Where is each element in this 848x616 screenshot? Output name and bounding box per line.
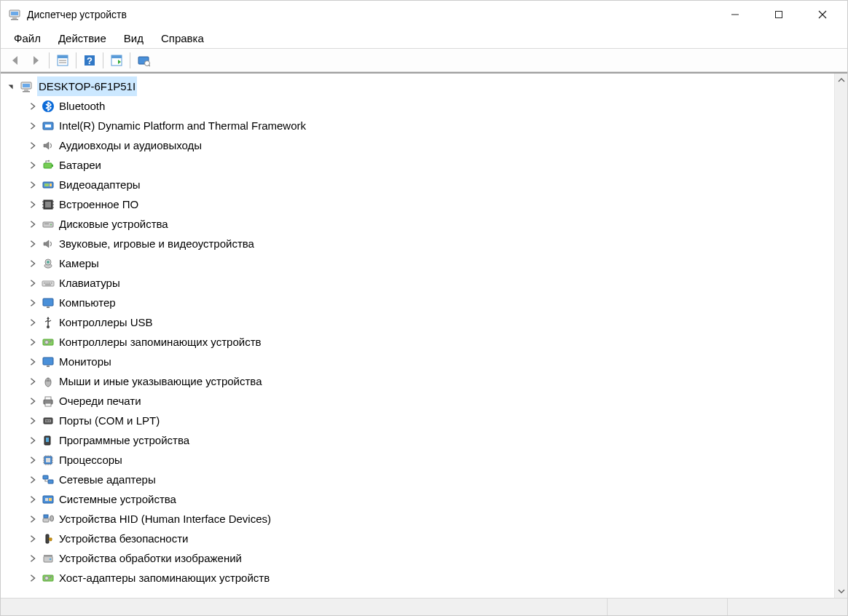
tree-item[interactable]: Устройства HID (Human Interface Devices): [1, 509, 834, 529]
port-icon: [42, 414, 55, 427]
vertical-scrollbar[interactable]: [834, 74, 847, 598]
tree-item[interactable]: Intel(R) Dynamic Platform and Thermal Fr…: [1, 116, 834, 135]
tree-item[interactable]: Батареи: [1, 155, 834, 175]
menu-action[interactable]: Действие: [51, 31, 114, 46]
svg-rect-85: [58, 55, 68, 58]
printer-icon: [42, 395, 55, 408]
speaker-icon: [42, 139, 55, 152]
tree-item[interactable]: Порты (COM и LPT): [1, 411, 834, 430]
chevron-right-icon[interactable]: [27, 159, 39, 171]
nav-forward-button[interactable]: [25, 51, 46, 70]
tree-item[interactable]: Камеры: [1, 253, 834, 273]
svg-line-95: [149, 65, 150, 66]
window-title: Диспетчер устройств: [27, 9, 127, 20]
chevron-right-icon[interactable]: [27, 238, 39, 250]
chevron-right-icon[interactable]: [27, 100, 39, 112]
network-icon: [42, 473, 55, 486]
chevron-right-icon[interactable]: [27, 317, 39, 328]
hid-icon: [42, 513, 55, 526]
chevron-right-icon[interactable]: [27, 435, 39, 446]
device-tree[interactable]: DESKTOP-6F1P51IBluetoothIntel(R) Dynamic…: [1, 74, 834, 598]
tree-item[interactable]: Встроенное ПО: [1, 194, 834, 214]
software-icon: [42, 434, 55, 447]
security-icon: [42, 532, 55, 545]
chevron-right-icon[interactable]: [27, 277, 39, 289]
chevron-right-icon[interactable]: [27, 218, 39, 230]
chevron-right-icon[interactable]: [27, 572, 39, 584]
tree-item-label: Программные устройства: [59, 430, 189, 450]
tree-item[interactable]: Клавиатуры: [1, 273, 834, 293]
tree-item[interactable]: Мыши и иные указывающие устройства: [1, 371, 834, 391]
tree-item[interactable]: Сетевые адаптеры: [1, 470, 834, 489]
toolbar: ?: [1, 49, 847, 72]
maximize-button[interactable]: [757, 1, 801, 28]
chevron-right-icon[interactable]: [27, 474, 39, 486]
tree-item[interactable]: Мониторы: [1, 352, 834, 371]
tree-item[interactable]: Видеоадаптеры: [1, 175, 834, 194]
tree-item[interactable]: Процессоры: [1, 450, 834, 470]
tree-item-label: Мониторы: [59, 352, 111, 371]
tree-item-label: Устройства HID (Human Interface Devices): [59, 509, 271, 529]
tree-item[interactable]: Системные устройства: [1, 489, 834, 509]
menu-file[interactable]: Файл: [7, 31, 48, 46]
help-button[interactable]: ?: [79, 51, 100, 70]
system-icon: [42, 493, 55, 506]
chevron-right-icon[interactable]: [27, 454, 39, 466]
menu-help[interactable]: Справка: [154, 31, 211, 46]
speaker-icon: [42, 237, 55, 250]
chevron-right-icon[interactable]: [27, 179, 39, 191]
tree-root[interactable]: DESKTOP-6F1P51I: [1, 76, 834, 96]
chevron-right-icon[interactable]: [27, 140, 39, 151]
tree-item[interactable]: Компьютер: [1, 293, 834, 312]
tree-item-label: Системные устройства: [59, 489, 176, 509]
scroll-down-icon[interactable]: [835, 585, 847, 598]
svg-rect-81: [776, 12, 782, 18]
tree-item-label: Сетевые адаптеры: [59, 470, 156, 489]
tree-item[interactable]: Аудиовходы и аудиовыходы: [1, 135, 834, 155]
content-area: DESKTOP-6F1P51IBluetoothIntel(R) Dynamic…: [1, 72, 847, 598]
tree-item[interactable]: Звуковые, игровые и видеоустройства: [1, 234, 834, 253]
tree-item[interactable]: Устройства безопасности: [1, 529, 834, 548]
chevron-right-icon[interactable]: [27, 415, 39, 427]
tree-item[interactable]: Очереди печати: [1, 391, 834, 411]
chevron-right-icon[interactable]: [27, 120, 39, 132]
show-hidden-button[interactable]: [133, 51, 154, 70]
chevron-right-icon[interactable]: [27, 513, 39, 525]
tree-item[interactable]: Дисковые устройства: [1, 214, 834, 234]
tree-item[interactable]: Контроллеры запоминающих устройств: [1, 332, 834, 352]
menu-view[interactable]: Вид: [117, 31, 151, 46]
monitor-icon: [42, 355, 55, 368]
chevron-right-icon[interactable]: [27, 494, 39, 505]
chevron-right-icon[interactable]: [27, 336, 39, 348]
chevron-right-icon[interactable]: [27, 258, 39, 269]
tree-item[interactable]: Контроллеры USB: [1, 312, 834, 332]
chevron-right-icon[interactable]: [27, 376, 39, 387]
minimize-button[interactable]: [713, 1, 757, 28]
scroll-up-icon[interactable]: [835, 74, 847, 87]
chevron-right-icon[interactable]: [27, 199, 39, 210]
svg-rect-91: [111, 55, 122, 58]
chevron-right-icon[interactable]: [27, 395, 39, 407]
tree-item-label: Контроллеры USB: [59, 312, 153, 332]
chevron-right-icon[interactable]: [27, 533, 39, 545]
battery-icon: [42, 159, 55, 172]
chevron-down-icon[interactable]: [5, 81, 17, 92]
tree-item-label: Мыши и иные указывающие устройства: [59, 371, 262, 391]
thermal-icon: [42, 119, 55, 133]
nav-back-button[interactable]: [5, 51, 25, 70]
tree-item-label: Видеоадаптеры: [59, 175, 141, 194]
firmware-icon: [42, 198, 55, 211]
chevron-right-icon[interactable]: [27, 553, 39, 564]
chevron-right-icon[interactable]: [27, 356, 39, 368]
tree-item-label: Хост-адаптеры запоминающих устройств: [59, 568, 270, 588]
mouse-icon: [42, 375, 55, 388]
chevron-right-icon[interactable]: [27, 297, 39, 309]
close-button[interactable]: [801, 1, 844, 28]
tree-item[interactable]: Хост-адаптеры запоминающих устройств: [1, 568, 834, 588]
tree-item[interactable]: Bluetooth: [1, 96, 834, 116]
properties-button[interactable]: [52, 51, 73, 70]
scan-hardware-button[interactable]: [106, 51, 127, 70]
storage-icon: [42, 572, 55, 585]
tree-item[interactable]: Программные устройства: [1, 430, 834, 450]
tree-item[interactable]: Устройства обработки изображений: [1, 548, 834, 568]
